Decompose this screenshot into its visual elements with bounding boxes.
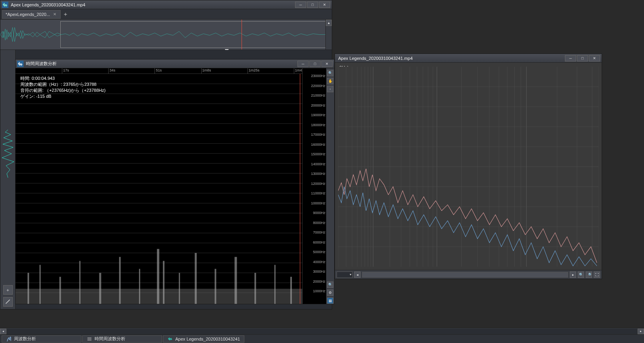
taskbar-item[interactable]: 周波数分析 <box>2 335 81 343</box>
file-tab[interactable]: *ApexLegends_2020... ✕ <box>2 10 61 19</box>
freq-tick: 8000Hz <box>303 221 325 225</box>
freq-plot[interactable] <box>338 67 598 267</box>
maximize-button[interactable]: □ <box>307 2 318 8</box>
freq-titlebar[interactable]: Apex Legends_20200310043241.mp4 ─ □ ✕ <box>335 54 602 63</box>
zoom-tool-button[interactable]: 🔍 <box>327 70 333 76</box>
lines-icon <box>87 336 92 342</box>
close-button[interactable]: ✕ <box>589 55 600 61</box>
tab-strip: *ApexLegends_2020... ✕ ＋ <box>0 9 332 20</box>
scroll-up-icon[interactable]: ▲ <box>326 20 332 26</box>
svg-rect-35 <box>139 269 140 304</box>
maximize-button[interactable]: □ <box>577 55 588 61</box>
freq-tick: 16000Hz <box>303 143 325 147</box>
svg-rect-31 <box>59 277 61 304</box>
info-time-label: 時間: <box>20 76 30 81</box>
freq-tick: 17000Hz <box>303 133 325 137</box>
svg-rect-41 <box>234 257 237 304</box>
time-tick: 51s <box>155 68 162 74</box>
freq-range-dropdown[interactable]: ▾ <box>337 272 353 278</box>
minimize-button[interactable]: ─ <box>297 61 309 67</box>
freq-tick: 11000Hz <box>303 191 325 195</box>
time-tick: 1m8s <box>201 68 211 74</box>
scroll-left-button[interactable]: ◂ <box>354 272 361 278</box>
add-tab-button[interactable]: ＋ <box>61 10 69 18</box>
freq-tick: 18000Hz <box>303 123 325 127</box>
svg-rect-33 <box>99 273 101 304</box>
freq-tick: 22000Hz <box>303 84 325 88</box>
gutter-waveform-icon <box>0 130 16 178</box>
freq-bottom-bar: ▾ ◂ ▸ 🔍 🔎 ⛶ <box>335 270 602 279</box>
tab-close-icon[interactable]: ✕ <box>52 12 57 17</box>
taskbar-label: Apex Legends_20200310043241 <box>175 337 240 341</box>
freq-tick: 6000Hz <box>303 240 325 244</box>
svg-rect-30 <box>40 265 41 304</box>
freq-tick: 23000Hz <box>303 74 325 78</box>
scroll-right-icon[interactable]: ▸ <box>638 329 644 334</box>
spectrogram-canvas[interactable]: 17s34s51s1m8s1m25s1m42s <box>16 68 302 304</box>
hand-tool-button[interactable]: ✋ <box>327 78 333 84</box>
info-freq-label: 周波数の範囲（Hz）: <box>20 82 62 87</box>
close-button[interactable]: ✕ <box>319 2 330 8</box>
svg-rect-37 <box>163 261 164 304</box>
overview-scrollbar[interactable]: ▲ <box>325 20 332 50</box>
info-note-label: 音符の範囲: <box>20 88 44 93</box>
svg-rect-29 <box>28 273 29 304</box>
main-titlebar[interactable]: Apex Legends_20200310043241.mp4 ─ □ ✕ <box>0 0 332 9</box>
close-button[interactable]: ✕ <box>321 61 333 67</box>
freq-tick: 4000Hz <box>303 260 325 264</box>
info-gain-label: ゲイン: <box>20 94 35 99</box>
maximize-button[interactable]: □ <box>309 61 321 67</box>
minimize-button[interactable]: ─ <box>565 55 576 61</box>
svg-rect-38 <box>179 273 180 304</box>
scroll-right-button[interactable]: ▸ <box>570 272 576 278</box>
fit-button[interactable]: ⛶ <box>594 272 600 278</box>
zoom-out-button[interactable]: 🔎 <box>586 272 592 278</box>
svg-rect-40 <box>215 269 216 304</box>
spectro-titlebar[interactable]: 時間周波数分析 ─ □ ✕ <box>16 59 334 68</box>
scroll-left-icon[interactable]: ◂ <box>0 329 6 334</box>
track-gutter: ＋ <box>0 50 16 309</box>
frequency-axis: 23000Hz22000Hz21000Hz20000Hz19000Hz18000… <box>302 68 326 304</box>
spectro-title: 時間周波数分析 <box>26 61 297 67</box>
bottom-scrollbar[interactable]: ◂ ▸ <box>0 328 644 334</box>
freq-tick: 15000Hz <box>303 152 325 156</box>
settings-tool-button[interactable]: ⚙ <box>327 289 333 296</box>
taskbar-label: 時間周波数分析 <box>95 336 125 342</box>
spectro-info-overlay: 時間: 0:00:04.943 周波数の範囲（Hz）: 23765から23788… <box>20 75 105 99</box>
tab-label: *ApexLegends_2020... <box>6 12 50 17</box>
info-note-value: （+23765Hz)から（+23788Hz) <box>45 88 105 93</box>
add-track-button[interactable]: ＋ <box>3 285 13 295</box>
freq-tick: 2000Hz <box>303 280 325 284</box>
minimize-button[interactable]: ─ <box>295 2 306 8</box>
svg-rect-34 <box>119 257 121 304</box>
svg-rect-36 <box>157 249 159 304</box>
freq-tick: 9000Hz <box>303 211 325 215</box>
freq-body: .0Hz) ▾ <box>335 63 602 279</box>
taskbar-item[interactable]: Apex Legends_20200310043241 <box>163 335 244 343</box>
waveform-icon <box>2 2 8 8</box>
scrollbar-track[interactable] <box>6 329 638 334</box>
time-ruler[interactable]: 17s34s51s1m8s1m25s1m42s <box>16 68 302 74</box>
freq-tick: 20000Hz <box>303 103 325 107</box>
spectro-cursor[interactable] <box>300 74 300 304</box>
info-gain-value: -115 dB <box>36 94 52 99</box>
color-mode-button[interactable]: ▦ <box>327 297 333 304</box>
freq-tick: 10000Hz <box>303 201 325 205</box>
freq-tick: 3000Hz <box>303 270 325 274</box>
edit-tool-button[interactable] <box>3 297 13 307</box>
time-tick: 1m42s <box>294 68 302 74</box>
zoom-in-button[interactable]: 🔍 <box>327 282 333 288</box>
overview-cursor[interactable] <box>242 20 242 50</box>
time-tick: 17s <box>62 68 69 74</box>
spectrogram-window: 時間周波数分析 ─ □ ✕ 17s34s51s1m8s1m25s1m42s <box>15 59 335 304</box>
slider-handle-icon[interactable]: ◦ <box>327 86 333 92</box>
info-freq-value: 23765から23788 <box>63 82 97 87</box>
svg-rect-39 <box>195 253 197 304</box>
freq-scrollbar[interactable] <box>362 272 568 278</box>
freq-analysis-window: Apex Legends_20200310043241.mp4 ─ □ ✕ .0… <box>335 54 602 279</box>
freq-tick: 14000Hz <box>303 162 325 166</box>
svg-rect-44 <box>290 277 292 304</box>
taskbar-item[interactable]: 時間周波数分析 <box>82 335 162 343</box>
zoom-in-button[interactable]: 🔍 <box>578 272 584 278</box>
overview-waveform[interactable]: ▲ <box>0 20 332 50</box>
